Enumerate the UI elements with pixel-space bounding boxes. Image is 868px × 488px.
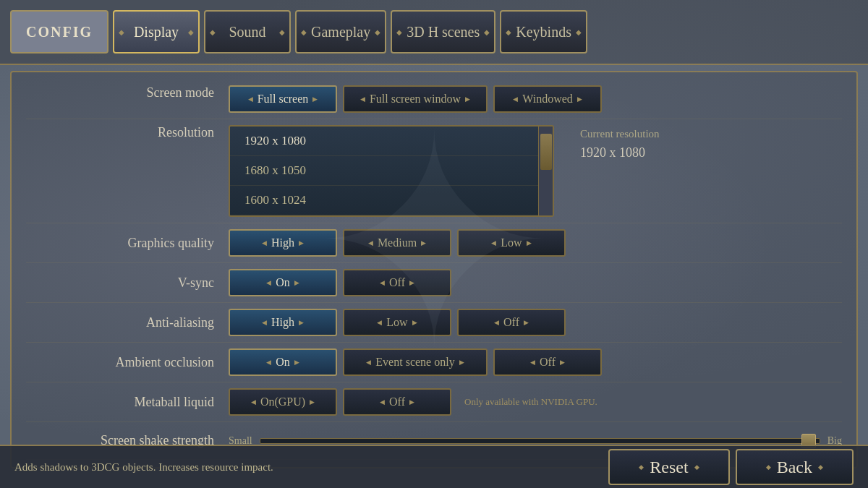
ambient-occlusion-label: Ambient occlusion xyxy=(26,355,229,370)
tab-3dh[interactable]: 3D H scenes xyxy=(391,10,495,53)
status-bar: Adds shadows to 3DCG objects. Increases … xyxy=(0,445,868,488)
nvidia-note: Only available with NVIDIA GPU. xyxy=(464,396,597,408)
current-resolution-info: Current resolution 1920 x 1080 xyxy=(580,125,660,163)
anti-aliasing-row: Anti-aliasing High Low Off xyxy=(26,303,842,343)
screen-mode-fullscreen-window[interactable]: Full screen window xyxy=(343,85,488,113)
anti-aliasing-options: High Low Off xyxy=(229,309,842,336)
ambient-occlusion-event[interactable]: Event scene only xyxy=(343,348,488,376)
vsync-options: On Off xyxy=(229,269,842,296)
graphics-quality-low[interactable]: Low xyxy=(457,229,566,257)
resolution-1920[interactable]: 1920 x 1080 xyxy=(230,127,553,156)
screen-mode-fullscreen[interactable]: Full screen xyxy=(229,85,337,113)
config-label: CONFIG xyxy=(10,10,109,53)
metaball-liquid-options: On(GPU) Off Only available with NVIDIA G… xyxy=(229,388,842,416)
screen-mode-row: Screen mode Full screen Full screen wind… xyxy=(26,80,842,119)
graphics-quality-medium[interactable]: Medium xyxy=(343,229,451,257)
screen-mode-windowed[interactable]: Windowed xyxy=(493,85,602,113)
ambient-occlusion-options: On Event scene only Off xyxy=(229,348,842,376)
metaball-liquid-on-gpu[interactable]: On(GPU) xyxy=(229,388,337,416)
metaball-liquid-off[interactable]: Off xyxy=(343,388,451,416)
reset-button[interactable]: Reset xyxy=(608,449,729,485)
resolution-row: Resolution 1920 x 1080 1680 x 1050 1600 … xyxy=(26,119,842,223)
resolution-scrollbar[interactable] xyxy=(538,127,553,215)
tab-sound[interactable]: Sound xyxy=(204,10,291,53)
resolution-label: Resolution xyxy=(26,125,229,140)
bottom-buttons: Reset Back xyxy=(608,449,854,485)
screen-mode-options: Full screen Full screen window Windowed xyxy=(229,85,842,113)
graphics-quality-row: Graphics quality High Medium Low xyxy=(26,223,842,263)
screen-shake-slider[interactable] xyxy=(260,438,820,444)
back-button[interactable]: Back xyxy=(736,449,854,485)
graphics-quality-options: High Medium Low xyxy=(229,229,842,257)
tab-keybinds[interactable]: Keybinds xyxy=(500,10,587,53)
vsync-off[interactable]: Off xyxy=(343,269,451,296)
screen-mode-label: Screen mode xyxy=(26,85,229,100)
anti-aliasing-low[interactable]: Low xyxy=(343,309,451,336)
vsync-on[interactable]: On xyxy=(229,269,337,296)
anti-aliasing-high[interactable]: High xyxy=(229,309,337,336)
resolution-1600[interactable]: 1600 x 1024 xyxy=(230,186,553,215)
resolution-1680[interactable]: 1680 x 1050 xyxy=(230,156,553,186)
anti-aliasing-label: Anti-aliasing xyxy=(26,315,229,330)
tab-gameplay[interactable]: Gameplay xyxy=(295,10,386,53)
ambient-occlusion-on[interactable]: On xyxy=(229,348,337,376)
anti-aliasing-off[interactable]: Off xyxy=(457,309,566,336)
ambient-occlusion-row: Ambient occlusion On Event scene only Of… xyxy=(26,343,842,382)
main-panel: Screen mode Full screen Full screen wind… xyxy=(10,71,858,468)
status-text: Adds shadows to 3DCG objects. Increases … xyxy=(14,461,273,474)
graphics-quality-high[interactable]: High xyxy=(229,229,337,257)
scrollbar-thumb xyxy=(540,134,552,170)
metaball-liquid-label: Metaball liquid xyxy=(26,395,229,410)
vsync-label: V-sync xyxy=(26,275,229,291)
top-bar: CONFIG Display Sound Gameplay 3D H scene… xyxy=(0,0,868,65)
graphics-quality-label: Graphics quality xyxy=(26,236,229,251)
metaball-liquid-row: Metaball liquid On(GPU) Off Only availab… xyxy=(26,382,842,422)
vsync-row: V-sync On Off xyxy=(26,263,842,303)
resolution-dropdown[interactable]: 1920 x 1080 1680 x 1050 1600 x 1024 xyxy=(229,125,554,217)
tab-display[interactable]: Display xyxy=(113,10,200,53)
ambient-occlusion-off[interactable]: Off xyxy=(493,348,602,376)
